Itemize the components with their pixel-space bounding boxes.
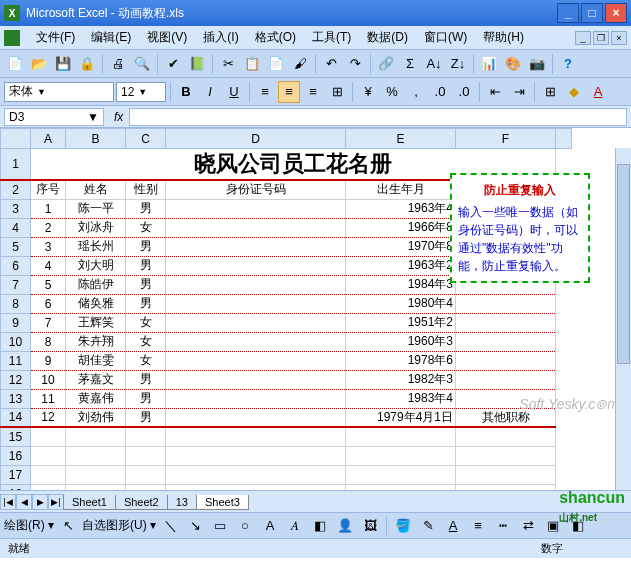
cut-button[interactable]: ✂	[217, 53, 239, 75]
dec-indent-button[interactable]: ⇤	[484, 81, 506, 103]
textbox-button[interactable]: A	[259, 515, 281, 537]
tab-next-button[interactable]: ▶	[32, 494, 48, 510]
cell[interactable]: 8	[31, 332, 66, 351]
cell[interactable]	[456, 313, 556, 332]
cell[interactable]: 黄嘉伟	[66, 389, 126, 408]
cell[interactable]	[456, 370, 556, 389]
merge-button[interactable]: ⊞	[326, 81, 348, 103]
menu-item[interactable]: 文件(F)	[28, 28, 83, 46]
col-header[interactable]: B	[66, 129, 126, 149]
cell[interactable]	[166, 237, 346, 256]
cell[interactable]: 刘劲伟	[66, 408, 126, 427]
cell[interactable]: 男	[126, 199, 166, 218]
row-header[interactable]: 8	[1, 294, 31, 313]
worksheet-grid[interactable]: ABCDEF1晓风公司员工花名册2序号姓名性别身份证号码出生年月技术职称31陈一…	[0, 128, 631, 490]
cell[interactable]: 4	[31, 256, 66, 275]
sheet-tab[interactable]: Sheet1	[63, 495, 116, 510]
cell[interactable]: 1951年2	[346, 313, 456, 332]
redo-button[interactable]: ↷	[344, 53, 366, 75]
cell[interactable]: 6	[31, 294, 66, 313]
select-objects-button[interactable]: ↖	[57, 515, 79, 537]
row-header[interactable]: 3	[1, 199, 31, 218]
row-header[interactable]: 13	[1, 389, 31, 408]
cell[interactable]	[166, 332, 346, 351]
row-header[interactable]: 11	[1, 351, 31, 370]
cell[interactable]	[166, 389, 346, 408]
cell[interactable]: 男	[126, 294, 166, 313]
select-all[interactable]	[1, 129, 31, 149]
close-button[interactable]: ×	[605, 3, 627, 23]
cell[interactable]	[166, 199, 346, 218]
new-button[interactable]: 📄	[4, 53, 26, 75]
sort-asc-button[interactable]: A↓	[423, 53, 445, 75]
cell[interactable]: 7	[31, 313, 66, 332]
save-button[interactable]: 💾	[52, 53, 74, 75]
draw-menu[interactable]: 绘图(R) ▾	[4, 517, 54, 534]
row-header[interactable]: 12	[1, 370, 31, 389]
autoshapes-menu[interactable]: 自选图形(U) ▾	[82, 517, 156, 534]
cell[interactable]: 瑶长州	[66, 237, 126, 256]
cell[interactable]: 茅嘉文	[66, 370, 126, 389]
cell[interactable]	[456, 294, 556, 313]
copy-button[interactable]: 📋	[241, 53, 263, 75]
cell[interactable]: 1	[31, 199, 66, 218]
tab-first-button[interactable]: |◀	[0, 494, 16, 510]
cell[interactable]: 女	[126, 313, 166, 332]
cell[interactable]: 1982年3	[346, 370, 456, 389]
open-button[interactable]: 📂	[28, 53, 50, 75]
line-style-button[interactable]: ≡	[467, 515, 489, 537]
cell[interactable]	[456, 351, 556, 370]
fill-button[interactable]: 🪣	[392, 515, 414, 537]
menu-item[interactable]: 视图(V)	[139, 28, 195, 46]
cell[interactable]	[166, 256, 346, 275]
row-header[interactable]: 14	[1, 408, 31, 427]
preview-button[interactable]: 🔍	[131, 53, 153, 75]
permission-button[interactable]: 🔒	[76, 53, 98, 75]
row-header[interactable]: 18	[1, 484, 31, 490]
fx-button[interactable]: fx	[108, 110, 129, 124]
menu-item[interactable]: 编辑(E)	[83, 28, 139, 46]
cell[interactable]: 1966年8	[346, 218, 456, 237]
cell[interactable]: 王辉笑	[66, 313, 126, 332]
cell[interactable]: 5	[31, 275, 66, 294]
research-button[interactable]: 📗	[186, 53, 208, 75]
inc-decimal-button[interactable]: .0	[429, 81, 451, 103]
doc-close-button[interactable]: ×	[611, 31, 627, 45]
currency-button[interactable]: ¥	[357, 81, 379, 103]
cell[interactable]: 1963年4	[346, 199, 456, 218]
formula-input[interactable]	[129, 108, 627, 126]
cell[interactable]: 3	[31, 237, 66, 256]
underline-button[interactable]: U	[223, 81, 245, 103]
print-button[interactable]: 🖨	[107, 53, 129, 75]
col-header[interactable]: C	[126, 129, 166, 149]
row-header[interactable]: 2	[1, 180, 31, 199]
cell[interactable]: 10	[31, 370, 66, 389]
bold-button[interactable]: B	[175, 81, 197, 103]
cell[interactable]: 男	[126, 256, 166, 275]
cell[interactable]: 12	[31, 408, 66, 427]
cell[interactable]: 朱卉翔	[66, 332, 126, 351]
row-header[interactable]: 15	[1, 427, 31, 446]
cell[interactable]: 陈皓伊	[66, 275, 126, 294]
sheet-tab[interactable]: Sheet3	[196, 495, 249, 510]
cell[interactable]	[166, 370, 346, 389]
cell[interactable]: 男	[126, 237, 166, 256]
doc-minimize-button[interactable]: _	[575, 31, 591, 45]
tab-last-button[interactable]: ▶|	[48, 494, 64, 510]
arrow-style-button[interactable]: ⇄	[517, 515, 539, 537]
cell[interactable]: 男	[126, 389, 166, 408]
dash-style-button[interactable]: ┅	[492, 515, 514, 537]
cell[interactable]: 1970年8	[346, 237, 456, 256]
line-color-button[interactable]: ✎	[417, 515, 439, 537]
vertical-scrollbar[interactable]	[615, 148, 631, 490]
row-header[interactable]: 7	[1, 275, 31, 294]
comma-button[interactable]: ,	[405, 81, 427, 103]
cell[interactable]: 2	[31, 218, 66, 237]
cell[interactable]	[166, 351, 346, 370]
row-header[interactable]: 9	[1, 313, 31, 332]
format-painter-button[interactable]: 🖌	[289, 53, 311, 75]
row-header[interactable]: 10	[1, 332, 31, 351]
row-header[interactable]: 5	[1, 237, 31, 256]
camera-button[interactable]: 📷	[526, 53, 548, 75]
cell[interactable]: 1978年6	[346, 351, 456, 370]
